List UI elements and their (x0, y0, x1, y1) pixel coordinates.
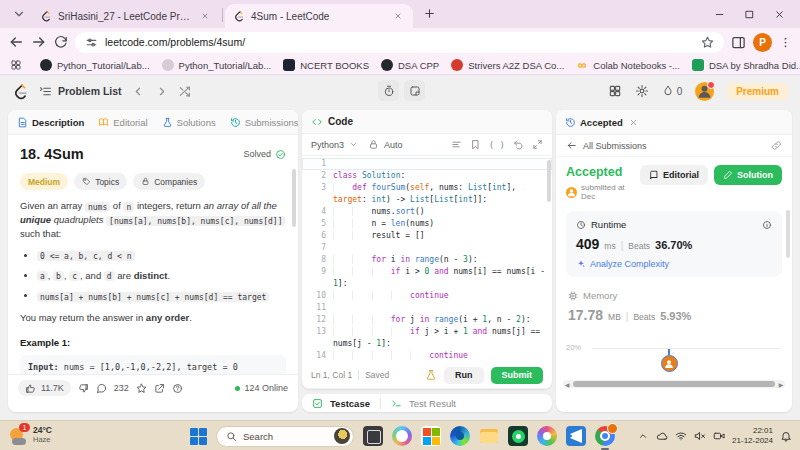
tray-expand-icon[interactable] (637, 430, 649, 442)
tab-close-icon[interactable] (391, 9, 405, 23)
bookmark-item[interactable]: Python_Tutorial/Lab... (162, 59, 272, 71)
editorial-button[interactable]: Editorial (640, 165, 708, 185)
debugger-icon[interactable] (425, 369, 437, 381)
tab-close-icon[interactable] (198, 9, 212, 23)
browser-tab[interactable]: 4Sum - LeetCode (225, 4, 413, 28)
code-line[interactable]: 10 continue (302, 290, 552, 302)
editor-horizontal-scrollbar[interactable]: ◀▶ (303, 388, 551, 389)
code-line[interactable]: 3 def fourSum(self, nums: List[int], (302, 182, 552, 194)
test-result-tab[interactable]: Test Result (409, 398, 456, 409)
browser-tab[interactable]: SriHasini_27 - LeetCode Profile (32, 4, 220, 28)
whatsapp-icon[interactable] (508, 426, 528, 446)
browser-menu-icon[interactable] (779, 36, 792, 49)
side-panel-icon[interactable] (731, 35, 746, 50)
submit-button[interactable]: Submit (491, 367, 544, 384)
comments-icon[interactable] (96, 383, 107, 394)
site-info-icon[interactable] (85, 36, 98, 49)
user-marker[interactable] (661, 355, 678, 372)
reset-code-icon[interactable] (513, 139, 524, 150)
result-scrollbar[interactable] (786, 210, 790, 258)
bookmark-icon[interactable] (470, 139, 481, 150)
code-line[interactable]: target: int) -> List[List[int]]: (302, 194, 552, 206)
description-scrollbar[interactable] (292, 169, 296, 227)
testcase-tab[interactable]: Testcase (330, 398, 370, 409)
prev-problem-icon[interactable] (132, 85, 145, 98)
code-line[interactable]: 14 continue (302, 350, 552, 362)
code-line[interactable]: 1 (302, 158, 552, 170)
like-group[interactable]: 11.7K (18, 380, 71, 396)
problem-list-button[interactable]: Problem List (39, 85, 122, 98)
bookmark-item[interactable]: Python_Tutorial/Lab... (40, 59, 150, 71)
vscode-icon[interactable] (566, 426, 586, 446)
topics-chip[interactable]: Topics (74, 173, 127, 190)
auto-label[interactable]: Auto (384, 140, 403, 150)
edge-icon[interactable] (450, 426, 470, 446)
bookmark-star-icon[interactable] (701, 36, 714, 49)
bookmark-item[interactable]: NCERT BOOKS (283, 59, 369, 71)
editor-scrollbar[interactable] (547, 160, 551, 202)
weather-widget[interactable]: 1 24°C Haze (8, 426, 52, 446)
code-line[interactable]: 4 nums.sort() (302, 206, 552, 218)
code-line[interactable]: 9 if i > 0 and nums[i] == nums[i - (302, 266, 552, 278)
language-select[interactable]: Python3 (311, 140, 344, 150)
close-tab-icon[interactable] (629, 118, 638, 127)
camera-icon[interactable] (713, 430, 725, 442)
wifi-icon[interactable] (675, 430, 687, 442)
companies-chip[interactable]: Companies (133, 173, 205, 190)
random-problem-icon[interactable] (178, 85, 191, 98)
memory-section[interactable]: Memory 17.78 MB | Beats 5.93% (566, 290, 782, 323)
code-line[interactable]: 11 (302, 302, 552, 314)
result-horizontal-scrollbar[interactable]: ◀▶ (563, 380, 785, 388)
description-content[interactable]: 18. 4Sum Solved Medium Topics Companies … (8, 135, 298, 374)
new-tab-button[interactable] (419, 3, 440, 24)
back-arrow-icon[interactable] (566, 140, 577, 151)
forward-icon[interactable] (31, 34, 47, 50)
difficulty-badge[interactable]: Medium (20, 173, 68, 190)
bookmark-item[interactable]: Strivers A2Z DSA Co... (451, 59, 564, 71)
all-submissions-link[interactable]: All Submissions (583, 141, 647, 151)
tab-description[interactable]: Description (17, 117, 84, 128)
notes-button[interactable] (404, 80, 425, 101)
apps-grid-icon[interactable] (10, 59, 22, 71)
copilot-icon[interactable] (392, 426, 412, 446)
run-button[interactable]: Run (444, 367, 484, 384)
address-bar[interactable]: leetcode.com/problems/4sum/ (75, 32, 724, 53)
bookmark-item[interactable]: ∞Colab Notebooks -... (576, 59, 680, 71)
code-line[interactable]: 5 n = len(nums) (302, 218, 552, 230)
thumbs-up-icon[interactable] (25, 383, 36, 394)
search-daily-image[interactable] (334, 428, 350, 444)
maximize-button[interactable] (734, 0, 764, 28)
timer-button[interactable] (378, 80, 399, 101)
code-line[interactable]: 8 for i in range(n - 3): (302, 254, 552, 266)
notification-bell-icon[interactable] (780, 430, 792, 442)
code-line[interactable]: 13 if j > i + 1 and nums[j] == (302, 326, 552, 338)
format-icon[interactable] (451, 139, 462, 150)
chrome-icon[interactable] (595, 426, 615, 446)
back-icon[interactable] (8, 34, 24, 50)
microsoft-365-icon[interactable] (421, 426, 441, 446)
file-explorer-icon[interactable] (479, 426, 499, 446)
chevron-down-icon[interactable] (349, 140, 358, 149)
brackets-icon[interactable]: ( ) (489, 140, 505, 150)
accepted-tab[interactable]: Accepted (565, 117, 623, 128)
settings-gear-icon[interactable] (635, 84, 649, 98)
bookmark-item[interactable]: DSA CPP (381, 59, 439, 71)
analyze-complexity-link[interactable]: Analyze Complexity (576, 259, 772, 269)
browser-profile-avatar[interactable]: P (753, 33, 772, 52)
layout-icon[interactable] (608, 84, 622, 98)
streak-counter[interactable]: 0 (662, 85, 683, 97)
reload-icon[interactable] (54, 35, 68, 49)
tab-submissions[interactable]: Submissions (230, 117, 298, 128)
leetcode-logo-icon[interactable] (12, 83, 29, 100)
tab-editorial[interactable]: Editorial (98, 117, 147, 128)
photos-icon[interactable] (537, 426, 557, 446)
premium-button[interactable]: Premium (727, 83, 788, 100)
taskbar-search[interactable]: Search (216, 426, 354, 447)
runtime-card[interactable]: Runtime 409 ms | Beats 36.70% Analyze Co… (566, 211, 782, 277)
info-icon[interactable] (762, 220, 772, 230)
next-problem-icon[interactable] (155, 85, 168, 98)
code-line[interactable]: 2class Solution: (302, 170, 552, 182)
code-line[interactable]: 6 result = [] (302, 230, 552, 242)
fullscreen-icon[interactable] (532, 139, 543, 150)
task-view-icon[interactable] (363, 426, 383, 446)
